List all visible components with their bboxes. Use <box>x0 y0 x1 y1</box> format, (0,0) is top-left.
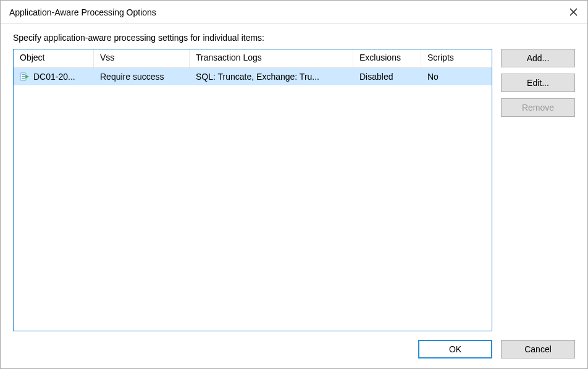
col-header-tlogs[interactable]: Transaction Logs <box>190 49 353 67</box>
side-buttons: Add... Edit... Remove <box>501 49 575 331</box>
edit-button[interactable]: Edit... <box>501 74 575 92</box>
cell-object-text: DC01-20... <box>33 72 75 82</box>
svg-rect-3 <box>22 74 25 75</box>
col-header-vss[interactable]: Vss <box>94 49 190 67</box>
remove-button: Remove <box>501 98 575 117</box>
titlebar: Application-Aware Processing Options <box>1 1 587 24</box>
col-header-scripts[interactable]: Scripts <box>421 49 492 67</box>
close-button[interactable] <box>559 1 587 24</box>
dialog-content: Specify application-aware processing set… <box>1 24 587 368</box>
dialog-window: Application-Aware Processing Options Spe… <box>0 0 588 369</box>
vm-icon <box>20 72 30 82</box>
description-label: Specify application-aware processing set… <box>13 33 575 43</box>
main-row: Object Vss Transaction Logs Exclusions S… <box>13 49 575 331</box>
cell-vss: Require success <box>94 69 190 84</box>
cancel-button[interactable]: Cancel <box>501 340 575 358</box>
items-grid[interactable]: Object Vss Transaction Logs Exclusions S… <box>13 49 492 331</box>
window-title: Application-Aware Processing Options <box>9 7 156 17</box>
cell-tlogs: SQL: Truncate, Exchange: Tru... <box>190 69 353 84</box>
cell-exclusions: Disabled <box>353 69 421 84</box>
ok-button[interactable]: OK <box>418 340 492 358</box>
svg-marker-6 <box>25 75 29 78</box>
cell-object: DC01-20... <box>14 69 94 84</box>
svg-rect-5 <box>22 78 25 79</box>
grid-header: Object Vss Transaction Logs Exclusions S… <box>14 49 492 68</box>
close-icon <box>569 8 578 16</box>
svg-rect-4 <box>22 76 25 77</box>
col-header-exclusions[interactable]: Exclusions <box>353 49 421 67</box>
add-button[interactable]: Add... <box>501 49 575 67</box>
col-header-object[interactable]: Object <box>14 49 94 67</box>
dialog-footer: OK Cancel <box>13 331 575 358</box>
cell-scripts: No <box>421 69 492 84</box>
table-row[interactable]: DC01-20... Require success SQL: Truncate… <box>14 68 492 85</box>
